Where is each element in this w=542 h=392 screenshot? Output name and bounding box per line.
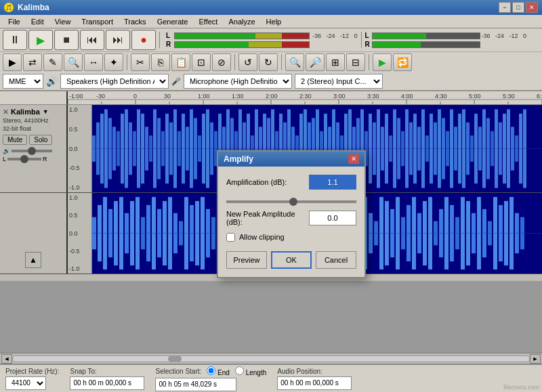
audio-pos-input[interactable] — [277, 376, 352, 390]
length-radio-label: Length — [235, 366, 266, 376]
tool-redo[interactable]: ↻ — [259, 53, 278, 71]
snap-input[interactable] — [70, 376, 144, 390]
tool-draw[interactable]: ✎ — [43, 53, 62, 71]
amp-input[interactable] — [309, 175, 356, 190]
amp-label: Amplification (dB): — [226, 178, 287, 186]
tracks-area: ✕ Kalimba ▼ Stereo, 44100Hz 32-bit float… — [0, 105, 542, 364]
amp-row: Amplification (dB): — [226, 175, 356, 190]
menu-generate[interactable]: Generate — [152, 16, 194, 27]
sel-start-group: Selection Start: End Length — [155, 366, 266, 391]
mic-select[interactable]: Microphone (High Definition Au... — [184, 74, 292, 89]
sel-start-input[interactable] — [155, 378, 236, 391]
tool-fit-v[interactable]: ⊟ — [346, 53, 365, 71]
separator-5 — [281, 54, 282, 70]
play-button[interactable]: ▶ — [28, 30, 53, 50]
app-container: 🎵 Kalimba − □ ✕ File Edit View Transport… — [0, 0, 542, 392]
cancel-button[interactable]: Cancel — [316, 251, 356, 269]
menu-analyze[interactable]: Analyze — [223, 16, 260, 27]
tool-fit[interactable]: ⊞ — [326, 53, 345, 71]
tool-envelope[interactable]: ⇄ — [23, 53, 42, 71]
preview-button[interactable]: Preview — [226, 251, 267, 269]
tool-zoom[interactable]: 🔍 — [64, 53, 83, 71]
tool-cut[interactable]: ✂ — [131, 53, 150, 71]
tool-silence[interactable]: ⊘ — [212, 53, 231, 71]
right-meter-bar — [174, 41, 310, 48]
peak-row: New Peak Amplitude (dB): — [226, 210, 356, 226]
svg-text:30: 30 — [164, 93, 171, 100]
audio-pos-group: Audio Position: — [277, 368, 352, 390]
menu-edit[interactable]: Edit — [26, 16, 49, 27]
sel-start-label: Selection Start: — [155, 368, 201, 375]
svg-text:5:00: 5:00 — [469, 93, 481, 100]
length-label-text: Length — [246, 369, 267, 376]
playback-meters: L -36 -24 -12 0 R — [365, 32, 527, 48]
svg-text:2:00: 2:00 — [266, 93, 278, 100]
menu-tracks[interactable]: Tracks — [119, 16, 152, 27]
tool-paste[interactable]: 📋 — [171, 53, 190, 71]
project-rate-label: Project Rate (Hz): — [5, 368, 59, 375]
toolbar-row-1: ⏸ ▶ ■ ⏮ ⏭ ● L -36 -24 -12 0 R — [0, 28, 542, 51]
host-select[interactable]: MME — [3, 74, 43, 89]
allow-clipping-label: Allow clipping — [239, 233, 285, 241]
svg-text:3:00: 3:00 — [333, 93, 346, 100]
toolbar-row-2: ▶ ⇄ ✎ 🔍 ↔ ✦ ✂ ⎘ 📋 ⊡ ⊘ ↺ ↻ 🔍 🔎 ⊞ ⊟ ▶ 🔁 — [0, 51, 542, 72]
tool-trim[interactable]: ⊡ — [192, 53, 211, 71]
dialog-title-text: Amplify — [224, 154, 253, 164]
ruler-left — [0, 91, 68, 105]
close-button[interactable]: ✕ — [526, 2, 538, 13]
amp-slider-row — [226, 196, 356, 204]
menu-effect[interactable]: Effect — [194, 16, 224, 27]
tool-timeshift[interactable]: ↔ — [84, 53, 103, 71]
play-btn2[interactable]: ▶ — [373, 53, 392, 71]
tool-multi[interactable]: ✦ — [104, 53, 123, 71]
menu-view[interactable]: View — [49, 16, 77, 27]
amp-slider[interactable] — [226, 200, 356, 203]
pb-meter-right: R — [365, 41, 527, 48]
dialog-body: Amplification (dB): New Peak Amplitude (… — [218, 167, 364, 277]
end-radio[interactable] — [207, 366, 215, 375]
record-button[interactable]: ● — [131, 30, 156, 50]
tool-zoomin[interactable]: 🔍 — [285, 53, 304, 71]
svg-text:2:30: 2:30 — [299, 93, 312, 100]
separator-3 — [127, 54, 127, 70]
stop-button[interactable]: ■ — [54, 30, 79, 50]
peak-input[interactable] — [309, 211, 356, 225]
right-channel-label: R — [166, 41, 171, 48]
title-bar-left: 🎵 Kalimba — [4, 3, 49, 12]
skip-forward-button[interactable]: ⏭ — [106, 30, 130, 50]
speaker-select[interactable]: Speakers (High Definition Audi... — [60, 74, 169, 89]
pause-button[interactable]: ⏸ — [3, 30, 27, 50]
length-radio[interactable] — [235, 366, 244, 375]
sel-end-length-group: Selection Start: End Length — [155, 366, 266, 376]
svg-text:1:30: 1:30 — [232, 93, 244, 100]
menu-help[interactable]: Help — [261, 16, 287, 27]
ok-button[interactable]: OK — [271, 251, 312, 269]
audio-pos-label: Audio Position: — [277, 368, 352, 375]
skip-back-button[interactable]: ⏮ — [80, 30, 104, 50]
tool-undo[interactable]: ↺ — [238, 53, 257, 71]
menu-file[interactable]: File — [3, 16, 26, 27]
right-meter-row: R — [166, 41, 358, 48]
project-rate-value: 44100 — [5, 376, 59, 390]
project-rate-select[interactable]: 44100 — [5, 376, 46, 390]
left-channel-label: L — [166, 32, 171, 39]
dialog-close-btn[interactable]: ✕ — [348, 154, 359, 164]
menu-transport[interactable]: Transport — [76, 16, 119, 27]
loop-btn[interactable]: 🔁 — [393, 53, 412, 71]
project-rate-group: Project Rate (Hz): 44100 — [5, 368, 59, 390]
level-meters: L -36 -24 -12 0 R — [166, 32, 358, 48]
allow-clipping-checkbox[interactable] — [226, 233, 235, 242]
ruler-area: -1:00 -30 0 30 1:00 1:30 2:00 2:30 3:00 … — [0, 91, 542, 105]
svg-text:-30: -30 — [96, 93, 105, 100]
toolbar-section: ⏸ ▶ ■ ⏮ ⏭ ● L -36 -24 -12 0 R — [0, 28, 542, 91]
pb-right-label: R — [365, 41, 371, 48]
tool-zoomout[interactable]: 🔎 — [306, 53, 325, 71]
svg-text:3:30: 3:30 — [367, 93, 379, 100]
tool-select[interactable]: ▶ — [3, 53, 22, 71]
maximize-button[interactable]: □ — [512, 2, 524, 13]
svg-text:6:00: 6:00 — [537, 93, 542, 100]
input-channels-select[interactable]: 2 (Stereo) Input C... — [295, 74, 383, 89]
minimize-button[interactable]: − — [499, 2, 511, 13]
separator-6 — [369, 54, 369, 70]
tool-copy[interactable]: ⎘ — [151, 53, 170, 71]
